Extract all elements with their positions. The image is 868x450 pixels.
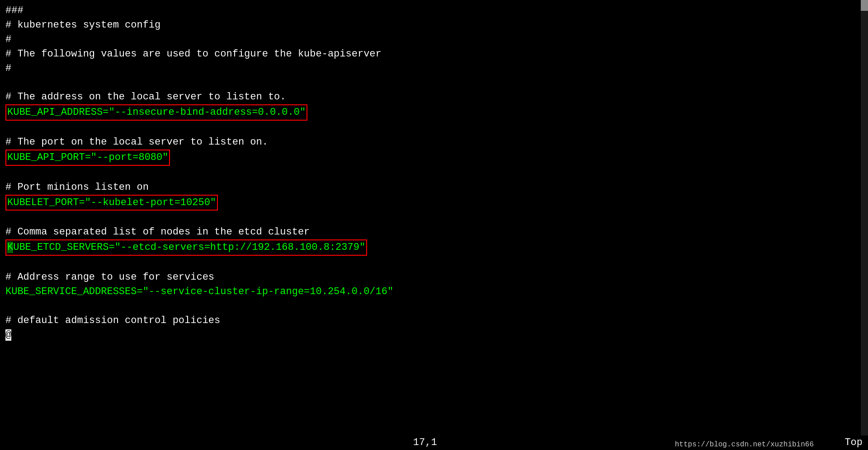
kubelet-port-value: KUBELET_PORT="--kubelet-port=10250" <box>5 195 218 211</box>
line-21 <box>5 299 855 314</box>
line-16: # Comma separated list of nodes in the e… <box>5 225 855 239</box>
line-7: # The address on the local server to lis… <box>5 90 855 104</box>
url-text: https://blog.csdn.net/xuzhibin66 <box>675 441 814 449</box>
cursor: @ <box>5 329 11 341</box>
line-1: ### <box>5 4 855 18</box>
line-5: # <box>5 61 855 76</box>
line-4: # The following values are used to confi… <box>5 47 855 61</box>
kube-etcd-servers-value: KUBE_ETCD_SERVERS="--etcd-servers=http:/… <box>5 239 367 256</box>
line-3: # <box>5 33 855 47</box>
green-k-char: K <box>7 242 13 253</box>
line-22: # default admission control policies <box>5 314 855 328</box>
line-12 <box>5 166 855 180</box>
kube-api-port-value: KUBE_API_PORT="--port=8080" <box>5 150 170 166</box>
url-bar: https://blog.csdn.net/xuzhibin66 <box>675 440 814 450</box>
line-2: # kubernetes system config <box>5 18 855 33</box>
kube-api-address-value: KUBE_API_ADDRESS="--insecure-bind-addres… <box>5 104 307 121</box>
cursor-position: 17,1 <box>413 436 437 450</box>
scroll-position: Top <box>844 436 863 450</box>
line-9 <box>5 121 855 135</box>
line-11: KUBE_API_PORT="--port=8080" <box>5 150 855 166</box>
line-19: # Address range to use for services <box>5 270 855 285</box>
line-18 <box>5 256 855 270</box>
line-10: # The port on the local server to listen… <box>5 135 855 150</box>
line-14: KUBELET_PORT="--kubelet-port=10250" <box>5 195 855 211</box>
line-23: @ <box>5 328 855 342</box>
scrollbar-thumb[interactable] <box>861 0 868 11</box>
line-17: KUBE_ETCD_SERVERS="--etcd-servers=http:/… <box>5 239 855 256</box>
line-8: KUBE_API_ADDRESS="--insecure-bind-addres… <box>5 104 855 121</box>
kube-etcd-servers-rest: UBE_ETCD_SERVERS="--etcd-servers=http://… <box>13 242 365 253</box>
line-20: KUBE_SERVICE_ADDRESSES="--service-cluste… <box>5 285 855 299</box>
line-13: # Port minions listen on <box>5 180 855 195</box>
line-6 <box>5 75 855 90</box>
line-15 <box>5 211 855 225</box>
scrollbar[interactable] <box>861 0 868 450</box>
editor-area: ### # kubernetes system config # # The f… <box>0 0 861 450</box>
